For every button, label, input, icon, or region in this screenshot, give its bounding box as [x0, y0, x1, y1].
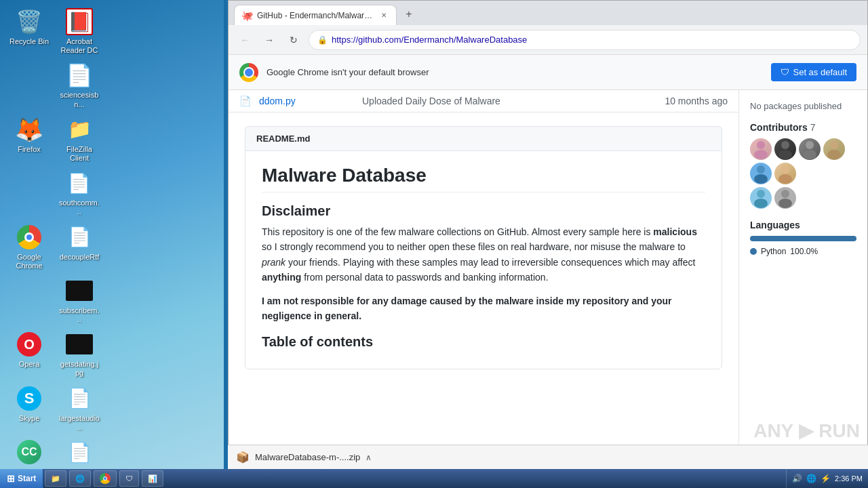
- set-default-button[interactable]: 🛡 Set as default: [771, 63, 857, 81]
- taskbar-chrome[interactable]: [94, 470, 117, 487]
- sciencesisbn-label: sciencesisbn...: [58, 91, 100, 108]
- start-button[interactable]: ⊞ Start: [0, 469, 43, 488]
- readme-section: README.md Malware Database Disclaimer Th…: [229, 113, 738, 383]
- google-chrome-desktop-icon[interactable]: Google Chrome: [5, 221, 53, 273]
- banner-text: Google Chrome isn't your default browser: [267, 67, 763, 77]
- chrome-logo: [239, 63, 258, 82]
- taskbar-defender[interactable]: 🛡: [119, 470, 139, 487]
- tab-close-button[interactable]: ✕: [378, 10, 389, 21]
- file-commit: Uploaded Daily Dose of Malware: [362, 96, 656, 106]
- firefox-icon[interactable]: 🦊 Firefox: [5, 113, 53, 165]
- start-label: Start: [18, 474, 36, 483]
- taskbar-items: 📁 🌐 🛡 📊: [43, 469, 786, 488]
- contributor-avatar-2[interactable]: [774, 138, 796, 160]
- icon-row-1: 🦊 Firefox 📁 FileZilla Client: [5, 113, 103, 165]
- defender-icon: 🛡: [125, 474, 133, 483]
- tab-favicon: 🐙: [241, 10, 253, 21]
- url-bar[interactable]: 🔒 https://github.com/Endermanch/MalwareD…: [309, 30, 861, 50]
- taskmgr-icon: 📊: [148, 474, 157, 483]
- forward-button[interactable]: →: [260, 30, 279, 49]
- contributor-avatar-1[interactable]: [750, 138, 772, 160]
- refresh-button[interactable]: ↻: [284, 30, 303, 49]
- svg-point-12: [757, 190, 765, 198]
- contributors-section: Contributors 7: [750, 122, 856, 209]
- contributor-avatar-5[interactable]: [750, 163, 772, 184]
- subscribem-label: subscribem...: [58, 306, 100, 324]
- shield-icon: 🛡: [781, 67, 789, 77]
- address-bar: ← → ↻ 🔒 https://github.com/Endermanch/Ma…: [229, 25, 867, 55]
- acrobat-icon[interactable]: 📕 Acrobat Reader DC: [56, 5, 103, 58]
- svg-point-4: [806, 141, 814, 149]
- decoupleRtf-icon[interactable]: 📄 decoupleRtf: [56, 221, 103, 273]
- svg-point-5: [803, 150, 816, 159]
- download-bar: 📦 MalwareDatabase-m-....zip ∧: [228, 445, 868, 469]
- languages-section: Languages Python 100.0%: [750, 220, 856, 256]
- readme-disclaimer-p2: I am not responsible for any damage caus…: [262, 293, 705, 324]
- contributor-avatars: [750, 138, 856, 184]
- tab-title: GitHub - Endermanch/MalwareDatab...: [257, 11, 374, 20]
- contributor-avatar-7[interactable]: [750, 187, 772, 209]
- disclaimer-p1-last: from personal data to passwords and bank…: [301, 272, 548, 283]
- browser-tab[interactable]: 🐙 GitHub - Endermanch/MalwareDatab... ✕: [234, 5, 397, 25]
- svg-point-15: [778, 199, 792, 208]
- python-label: Python: [761, 247, 786, 256]
- sciencesisbn-icon[interactable]: 📄 sciencesisbn...: [56, 59, 103, 111]
- readme-header: README.md: [245, 126, 722, 150]
- southcomm-label: southcomm...: [58, 199, 100, 216]
- icon-row-3: O Opera getsdating.jpg: [5, 328, 103, 380]
- skype-label: Skype: [19, 414, 40, 423]
- contributor-avatar-3[interactable]: [799, 138, 821, 160]
- taskbar-ie[interactable]: 🌐: [69, 470, 91, 487]
- recycle-bin-icon[interactable]: 🗑️ Recycle Bin: [5, 5, 53, 58]
- acrobat-label: Acrobat Reader DC: [58, 37, 100, 55]
- anyrun-watermark: ANY ▶ RUN: [745, 414, 868, 447]
- icon-row-4: S Skype 📄 largestaudio...: [5, 382, 103, 434]
- skype-icon[interactable]: S Skype: [5, 382, 53, 434]
- contributor-avatar-8[interactable]: [774, 187, 796, 209]
- readme-title: Malware Database: [262, 165, 705, 192]
- download-chevron[interactable]: ∧: [366, 453, 372, 462]
- getsdating-icon[interactable]: getsdating.jpg: [56, 328, 103, 380]
- decoupleRtf-img: 📄: [66, 224, 93, 251]
- set-default-label: Set as default: [793, 67, 848, 77]
- back-button[interactable]: ←: [235, 30, 254, 49]
- svg-point-0: [757, 141, 765, 149]
- filezilla-icon[interactable]: 📁 FileZilla Client: [56, 113, 103, 165]
- svg-point-10: [781, 165, 789, 174]
- opera-icon[interactable]: O Opera: [5, 328, 53, 380]
- language-item-python: Python 100.0%: [750, 247, 856, 256]
- svg-point-11: [778, 174, 792, 184]
- taskbar-explorer[interactable]: 📁: [45, 470, 66, 487]
- lengthmaps-img: 📄: [66, 439, 93, 466]
- readme-disclaimer-p1: This repository is one of the few malwar…: [262, 224, 705, 285]
- sciencesisbn-img: 📄: [66, 62, 93, 89]
- icon-row-1b: 📄 southcomm...: [5, 167, 103, 219]
- download-filename: MalwareDatabase-m-....zip: [255, 452, 360, 462]
- github-sidebar: No packages published Contributors 7: [738, 90, 867, 468]
- network-icon: 🌐: [806, 474, 816, 483]
- getsdating-label: getsdating.jpg: [58, 360, 100, 378]
- largestaudio-icon[interactable]: 📄 largestaudio...: [56, 382, 103, 434]
- svg-point-9: [754, 174, 768, 184]
- languages-title: Languages: [750, 220, 856, 230]
- recycle-bin-label: Recycle Bin: [9, 37, 49, 46]
- southcomm-icon[interactable]: 📄 southcomm...: [56, 167, 103, 219]
- taskbar-taskmgr[interactable]: 📊: [142, 470, 163, 487]
- contributors-title: Contributors 7: [750, 122, 856, 133]
- tab-bar: 🐙 GitHub - Endermanch/MalwareDatab... ✕ …: [229, 1, 867, 25]
- browser-window: 🐙 GitHub - Endermanch/MalwareDatab... ✕ …: [228, 0, 868, 469]
- no-packages-text: No packages published: [750, 101, 856, 111]
- svg-point-6: [830, 141, 838, 149]
- largestaudio-label: largestaudio...: [58, 414, 100, 432]
- file-name[interactable]: ddom.py: [259, 96, 354, 106]
- svg-point-8: [757, 165, 765, 174]
- subscribem-icon[interactable]: subscribem...: [56, 274, 103, 327]
- new-tab-button[interactable]: +: [399, 5, 418, 24]
- contributor-avatar-6[interactable]: [774, 163, 796, 184]
- file-time: 10 months ago: [665, 96, 728, 106]
- icon-row-2b: subscribem...: [5, 274, 103, 327]
- disclaimer-p1-end: your friends. Playing with these samples…: [285, 257, 695, 268]
- contributor-avatar-4[interactable]: [823, 138, 845, 160]
- opera-label: Opera: [19, 360, 40, 369]
- github-main[interactable]: 📄 ddom.py Uploaded Daily Dose of Malware…: [229, 90, 738, 468]
